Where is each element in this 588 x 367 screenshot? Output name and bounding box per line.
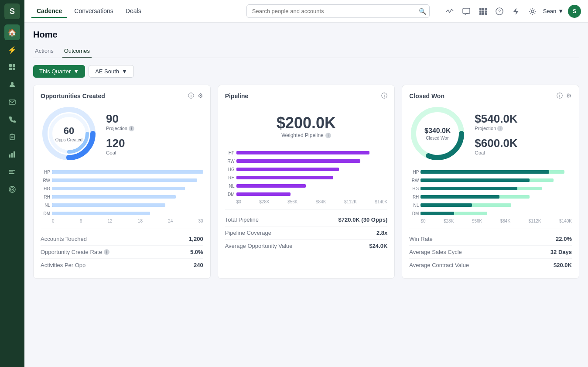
- sidebar-logo[interactable]: S: [4, 3, 20, 19]
- closed-won-bar-hp: HP: [409, 169, 572, 175]
- svg-rect-1: [13, 64, 15, 67]
- svg-rect-10: [11, 153, 13, 158]
- bar-row-rh: RH: [41, 194, 203, 200]
- accounts-touched-label: Accounts Touched: [41, 236, 87, 242]
- search-box: 🔍: [246, 4, 430, 18]
- xaxis-6: 6: [80, 219, 82, 223]
- region-label: AE South: [95, 68, 119, 75]
- closed-won-xaxis: $0 $28K $56K $84K $112K $140K: [409, 219, 572, 223]
- tab-outcomes[interactable]: Outcomes: [62, 45, 92, 58]
- pipeline-value-container: $200.0K Weighted Pipeline i: [277, 114, 336, 138]
- sidebar-item-target[interactable]: [4, 182, 20, 197]
- activity-icon[interactable]: [444, 5, 456, 17]
- bar-row-dm: DM: [41, 210, 203, 216]
- bar-row-rw: RW: [41, 177, 203, 183]
- closed-won-donut: $340.0K Closed Won: [409, 105, 466, 162]
- closed-won-chart-top: $340.0K Closed Won $540.0K Projection i: [409, 105, 572, 162]
- pipeline-bottom-stats: Total Pipeline $720.0K (30 Opps) Pipelin…: [225, 209, 388, 252]
- search-icon[interactable]: 🔍: [419, 8, 426, 15]
- svg-rect-2: [9, 68, 12, 70]
- avg-contract-value-label: Average Contract Value: [409, 262, 469, 268]
- bar-label-rw: RW: [41, 178, 50, 183]
- xaxis-0: 0: [52, 219, 55, 223]
- stat-row-activities: Activities Per Opp 240: [41, 259, 203, 271]
- bar-track-hg: [52, 185, 203, 192]
- avatar[interactable]: S: [568, 5, 581, 18]
- sidebar-item-grid[interactable]: [4, 59, 20, 75]
- pipeline-bar-rw: RW: [225, 158, 388, 164]
- opportunities-header-icons: ⓘ ⚙: [188, 92, 203, 100]
- quarter-filter[interactable]: This Quarter ▼: [33, 65, 85, 78]
- avg-sales-cycle-label: Average Sales Cycle: [409, 249, 462, 255]
- user-name: Sean: [543, 8, 556, 14]
- projection-info-icon[interactable]: i: [129, 126, 134, 131]
- avg-contract-value-value: $20.0K: [554, 262, 572, 268]
- stat-row-create-rate: Opportunity Create Rate i 5.0%: [41, 246, 203, 259]
- nav-conversations[interactable]: Conversations: [69, 5, 119, 18]
- tab-actions[interactable]: Actions: [33, 45, 55, 58]
- content-area: Home Actions Outcomes This Quarter ▼ AE …: [24, 23, 588, 367]
- closed-won-proj-info[interactable]: i: [497, 126, 503, 131]
- svg-text:?: ?: [498, 9, 501, 14]
- closed-won-goal: $600.0K Goal: [475, 137, 517, 155]
- gear-icon[interactable]: ⚙: [198, 92, 203, 100]
- apps-icon[interactable]: [477, 5, 489, 17]
- closed-won-header-icons: ⓘ ⚙: [557, 92, 572, 100]
- donut-value: 60: [55, 125, 82, 137]
- stat-row-avg-opp-value: Average Opportunity Value $24.0K: [225, 240, 388, 252]
- sidebar-item-home[interactable]: 🏠: [4, 24, 20, 40]
- nav-cadence[interactable]: Cadence: [31, 5, 67, 18]
- sidebar-item-lightning[interactable]: ⚡: [4, 42, 20, 58]
- messages-icon[interactable]: [460, 5, 472, 17]
- sidebar-item-reports[interactable]: [4, 147, 20, 162]
- user-badge[interactable]: Sean ▼: [543, 8, 564, 14]
- sidebar-item-mail[interactable]: [4, 94, 20, 110]
- create-rate-info[interactable]: i: [104, 249, 109, 255]
- closed-won-title: Closed Won: [409, 93, 444, 99]
- filters: This Quarter ▼ AE South ▼: [33, 65, 579, 78]
- closed-won-header: Closed Won ⓘ ⚙: [409, 92, 572, 100]
- nav-deals[interactable]: Deals: [120, 5, 147, 18]
- create-rate-value: 5.0%: [190, 249, 203, 255]
- projection-label: Projection i: [106, 126, 134, 131]
- stat-row-total-pipeline: Total Pipeline $720.0K (30 Opps): [225, 213, 388, 226]
- help-icon[interactable]: ?: [493, 5, 506, 17]
- closed-won-card: Closed Won ⓘ ⚙ $340.0K Close: [402, 85, 579, 279]
- bar-track-dm: [52, 210, 203, 216]
- pipeline-bar-nl: NL: [225, 183, 388, 189]
- svg-rect-21: [485, 8, 487, 10]
- nav-links: Cadence Conversations Deals: [31, 5, 147, 18]
- sidebar-item-bar-chart[interactable]: [4, 164, 20, 180]
- sidebar-item-person[interactable]: [4, 77, 20, 93]
- opportunities-chart-top: 60 Opps Created 90 Projection i: [41, 105, 203, 162]
- pipeline-sub-info[interactable]: i: [325, 133, 331, 138]
- sidebar: S 🏠 ⚡: [0, 0, 24, 367]
- info-icon[interactable]: ⓘ: [188, 92, 194, 100]
- tabs: Actions Outcomes: [33, 45, 579, 58]
- goal-value: 120: [106, 137, 134, 150]
- opportunities-card: Opportunities Created ⓘ ⚙: [33, 85, 211, 279]
- pipeline-bar-hg: HG: [225, 166, 388, 172]
- search-input[interactable]: [246, 4, 430, 18]
- stat-row-pipeline-coverage: Pipeline Coverage 2.8x: [225, 226, 388, 240]
- donut-value-label: 60 Opps Created: [55, 125, 82, 142]
- svg-rect-0: [9, 64, 12, 67]
- svg-rect-26: [482, 13, 484, 15]
- bar-track-hp: [52, 169, 203, 175]
- total-pipeline-value: $720.0K (30 Opps): [338, 216, 388, 223]
- sidebar-item-phone[interactable]: [4, 112, 20, 127]
- pipeline-info-icon[interactable]: ⓘ: [381, 92, 387, 100]
- pipeline-bar-hp: HP: [225, 150, 388, 156]
- closed-won-stats-right: $540.0K Projection i $600.0K Goal: [475, 112, 517, 155]
- lightning-icon[interactable]: [510, 5, 522, 17]
- closed-won-info-icon[interactable]: ⓘ: [557, 92, 563, 100]
- closed-won-gear-icon[interactable]: ⚙: [566, 92, 572, 100]
- sidebar-item-clipboard[interactable]: [4, 129, 20, 145]
- region-filter[interactable]: AE South ▼: [89, 65, 134, 78]
- bar-row-hp: HP: [41, 169, 203, 175]
- settings-icon[interactable]: [526, 5, 539, 17]
- closed-won-goal-value: $600.0K: [475, 137, 517, 150]
- projection-stat: 90 Projection i: [106, 112, 134, 131]
- create-rate-label: Opportunity Create Rate i: [41, 249, 109, 255]
- xaxis-30: 30: [198, 219, 203, 223]
